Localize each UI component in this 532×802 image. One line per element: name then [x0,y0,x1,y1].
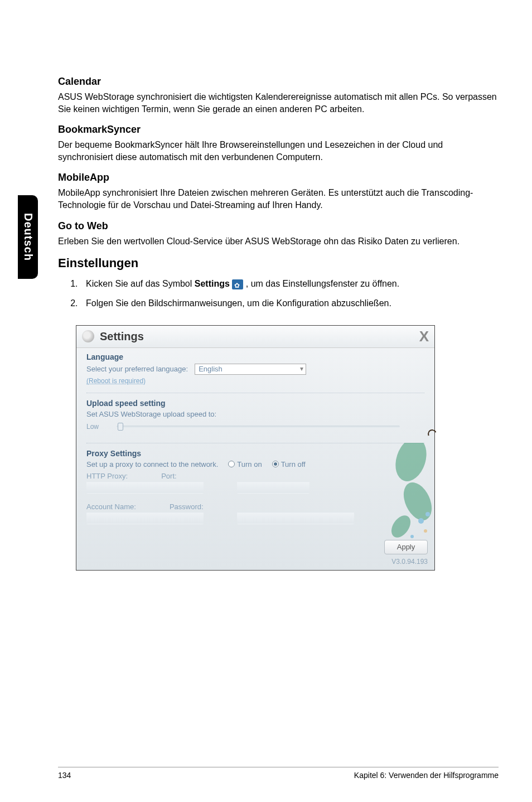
port-label: Port: [161,472,176,480]
dialog-body: Language Select your preferred language:… [76,348,434,537]
apply-row: Apply [76,537,434,558]
radio-icon [228,461,235,467]
side-tab-label: Deutsch [22,213,35,261]
turn-on-label: Turn on [237,460,262,468]
mobile-title: MobileApp [58,172,499,183]
gear-icon [82,330,94,342]
dialog-title: Settings [100,330,144,343]
password-label: Password: [170,503,204,511]
section-mobileapp: MobileApp MobileApp synchronisiert Ihre … [58,172,499,211]
calendar-title: Calendar [58,76,499,88]
svg-point-4 [425,512,430,516]
step-2: Folgen Sie den Bildschirmanweisungen, um… [80,296,499,312]
section-bookmark: BookmarkSyncer Der bequeme BookmarkSynce… [58,124,499,163]
section-calendar: Calendar ASUS WebStorage synchronisiert … [58,76,499,115]
divider [86,393,424,393]
radio-icon [272,461,279,467]
http-proxy-input[interactable] [86,481,204,494]
language-heading: Language [86,352,424,361]
slider-handle[interactable] [118,423,123,431]
proxy-turn-off-radio[interactable]: Turn off [272,460,306,468]
upload-group: Upload speed setting Set ASUS WebStorage… [86,399,424,435]
proxy-turn-on-radio[interactable]: Turn on [228,460,262,468]
language-value: English [199,365,223,373]
chapter-label: Kapitel 6: Verwenden der Hilfsprogramme [354,771,499,780]
gotoweb-title: Go to Web [58,220,499,232]
step-1: Kicken Sie auf das Symbol Settings , um … [80,276,499,292]
http-proxy-label: HTTP Proxy: [86,472,128,480]
step1-pre: Kicken Sie auf das Symbol [86,279,195,288]
settings-dialog: Settings X Language Select your prefer [76,325,435,571]
divider [86,443,424,443]
page-footer: 134 Kapitel 6: Verwenden der Hilfsprogra… [58,767,499,780]
close-icon[interactable]: X [419,328,429,345]
account-name-label: Account Name: [86,503,136,511]
password-input[interactable] [237,512,354,524]
turn-off-label: Turn off [281,460,306,468]
reboot-hint: (Reboot is required) [86,377,424,385]
page-number: 134 [58,771,71,780]
svg-point-6 [424,529,427,533]
proxy-label: Set up a proxy to connect to the network… [86,460,218,468]
port-input[interactable] [237,481,309,494]
language-side-tab: Deutsch [18,195,38,279]
proxy-group: Proxy Settings Set up a proxy to connect… [86,449,424,524]
step1-post: , um das Einstellungsfenster zu öffnen. [243,279,399,288]
settings-inline-icon [232,279,243,289]
bookmark-title: BookmarkSyncer [58,124,499,136]
steps-list: Kicken Sie auf das Symbol Settings , um … [58,276,499,312]
page-content: Calendar ASUS WebStorage synchronisiert … [58,76,499,571]
slider-low-label: Low [86,423,112,431]
upload-speed-slider[interactable] [117,426,400,428]
bookmark-text: Der bequeme BookmarkSyncer hält Ihre Bro… [58,139,499,163]
section-gotoweb: Go to Web Erleben Sie den wertvollen Clo… [58,220,499,248]
language-select[interactable]: English [195,364,306,375]
mobile-text: MobileApp synchronisiert Ihre Dateien zw… [58,187,499,211]
language-group: Language Select your preferred language:… [86,352,424,385]
account-name-input[interactable] [86,512,204,524]
dialog-header: Settings X [76,326,434,348]
calendar-text: ASUS WebStorage synchronisiert die wicht… [58,91,499,115]
proxy-heading: Proxy Settings [86,449,424,458]
language-label: Select your preferred language: [86,365,188,373]
version-label: V3.0.94.193 [76,558,434,570]
step1-bold: Settings [195,279,230,288]
upload-label: Set ASUS WebStorage upload speed to: [86,410,424,418]
apply-label: Apply [397,543,415,551]
gotoweb-text: Erleben Sie den wertvollen Cloud-Service… [58,235,499,248]
upload-heading: Upload speed setting [86,399,424,408]
einstellungen-heading: Einstellungen [58,256,499,270]
apply-button[interactable]: Apply [384,540,428,554]
